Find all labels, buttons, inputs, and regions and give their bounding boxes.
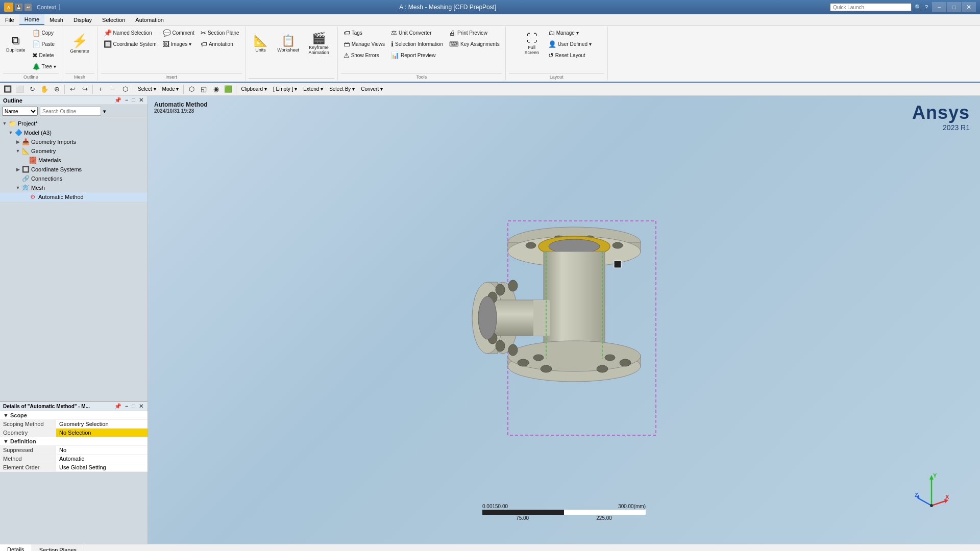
- extend-dropdown[interactable]: Extend ▾: [301, 84, 326, 95]
- menu-item-file[interactable]: File: [0, 14, 19, 25]
- outline-search-input[interactable]: [40, 107, 101, 116]
- user-defined-button[interactable]: 👤User Defined ▾: [546, 39, 594, 49]
- tree-item-project[interactable]: ▼ 📁 Project*: [0, 119, 148, 128]
- coordinate-system-button[interactable]: 🔲Coordinate System: [101, 39, 159, 49]
- edge-btn[interactable]: ◱: [198, 84, 209, 95]
- details-pin-btn[interactable]: 📌: [113, 403, 122, 410]
- details-value-geometry[interactable]: No Selection: [56, 429, 148, 437]
- outline-min-btn[interactable]: −: [124, 97, 129, 104]
- tree-item-geometry[interactable]: ▼ 📐 Geometry: [0, 146, 148, 156]
- details-value-scoping[interactable]: Geometry Selection: [56, 420, 148, 429]
- tree-item-model[interactable]: ▼ 🔷 Model (A3): [0, 128, 148, 137]
- menu-item-mesh[interactable]: Mesh: [44, 14, 68, 25]
- tree-item-automatic-method[interactable]: ⚙ Automatic Method: [0, 192, 148, 202]
- manage-views-button[interactable]: 🗃Manage Views: [341, 39, 387, 49]
- toggle-model[interactable]: ▼: [7, 130, 14, 135]
- details-row-suppressed: Suppressed No: [0, 446, 148, 455]
- face-btn[interactable]: ⬡: [186, 84, 197, 95]
- tree-item-materials[interactable]: 🧱 Materials: [0, 156, 148, 165]
- outline-close-btn[interactable]: ✕: [138, 97, 144, 104]
- zoom-plus-btn[interactable]: +: [95, 84, 106, 95]
- tree-item-mesh[interactable]: ▼ 🕸 Mesh: [0, 183, 148, 192]
- full-screen-button[interactable]: ⛶ Full Screen: [519, 28, 545, 60]
- tags-button[interactable]: 🏷Tags: [341, 28, 387, 38]
- tree-item-geometry-imports[interactable]: ▶ 📥 Geometry Imports: [0, 137, 148, 146]
- annotation-button[interactable]: 🏷Annotation: [198, 39, 242, 49]
- images-button[interactable]: 🖼Images ▾: [160, 39, 197, 49]
- mode-dropdown[interactable]: Mode ▾: [160, 84, 182, 95]
- convert-dropdown[interactable]: Convert ▾: [358, 84, 385, 95]
- generate-button[interactable]: ⚡ Generate: [67, 28, 92, 60]
- details-value-element-order[interactable]: Use Global Setting: [56, 463, 148, 472]
- outline-float-btn[interactable]: □: [131, 97, 136, 104]
- key-assignments-button[interactable]: ⌨Key Assignments: [447, 39, 502, 49]
- paste-icon: 📄: [32, 40, 40, 48]
- section-plane-button[interactable]: ✂Section Plane: [198, 28, 242, 38]
- reset-layout-button[interactable]: ↺Reset Layout: [546, 50, 594, 61]
- keyframe-button[interactable]: 🎬 Keyframe Animation: [304, 28, 334, 60]
- viewport[interactable]: Ansys 2023 R1 Automatic Method 2024/10/3…: [148, 96, 980, 544]
- show-errors-button[interactable]: ⚠Show Errors: [341, 50, 387, 61]
- close-button[interactable]: ✕: [962, 2, 976, 12]
- context-tab[interactable]: Context: [34, 4, 60, 10]
- tab-section-planes[interactable]: Section Planes: [32, 544, 84, 551]
- comment-button[interactable]: 💬Comment: [160, 28, 197, 38]
- duplicate-button[interactable]: ⧉ Duplicate: [3, 28, 29, 60]
- menu-item-selection[interactable]: Selection: [97, 14, 130, 25]
- tree-item-coordinate-systems[interactable]: ▶ 🔲 Coordinate Systems: [0, 165, 148, 174]
- toggle-project[interactable]: ▼: [1, 121, 8, 126]
- toggle-geometry[interactable]: ▼: [14, 148, 21, 154]
- details-header: Details of "Automatic Method" - M... 📌 −…: [0, 402, 148, 411]
- pan-btn[interactable]: ✋: [39, 84, 50, 95]
- selection-information-button[interactable]: ℹSelection Information: [388, 39, 446, 49]
- zoom-all-btn[interactable]: ⬡: [119, 84, 131, 95]
- menu-item-display[interactable]: Display: [68, 14, 97, 25]
- details-min-btn[interactable]: −: [124, 403, 129, 410]
- outline-filter-select[interactable]: Name Type: [2, 107, 38, 116]
- named-selection-button[interactable]: 📌Named Selection: [101, 28, 159, 38]
- toggle-mesh[interactable]: ▼: [14, 185, 21, 190]
- units-button[interactable]: 📐 Units: [249, 28, 273, 60]
- maximize-button[interactable]: □: [947, 2, 961, 12]
- outline-search-icon[interactable]: ▾: [103, 108, 106, 115]
- copy-button[interactable]: 📋Copy: [30, 28, 59, 38]
- details-value-method[interactable]: Automatic: [56, 455, 148, 463]
- report-preview-button[interactable]: 📊Report Preview: [388, 50, 446, 61]
- rotate-btn[interactable]: ↻: [27, 84, 38, 95]
- zoom-minus-btn[interactable]: −: [107, 84, 118, 95]
- minimize-button[interactable]: −: [932, 2, 946, 12]
- menu-item-home[interactable]: Home: [19, 14, 44, 25]
- toggle-coord-sys[interactable]: ▶: [14, 167, 21, 172]
- undo-btn[interactable]: ↩: [67, 84, 78, 95]
- toggle-geo-imports[interactable]: ▶: [14, 139, 21, 144]
- quick-launch-input[interactable]: [830, 3, 912, 11]
- select-by-dropdown[interactable]: Select By ▾: [327, 84, 357, 95]
- empty-dropdown[interactable]: [ Empty ] ▾: [271, 84, 300, 95]
- paste-button[interactable]: 📄Paste: [30, 39, 59, 49]
- tree-item-connections[interactable]: 🔗 Connections: [0, 174, 148, 183]
- details-close-btn[interactable]: ✕: [138, 403, 144, 410]
- geometry-imports-icon: 📥: [21, 138, 30, 146]
- manage-button[interactable]: 🗂Manage ▾: [546, 28, 594, 38]
- select-dropdown[interactable]: Select ▾: [135, 84, 159, 95]
- svg-point-13: [508, 341, 641, 371]
- unit-converter-button[interactable]: ⚖Unit Converter: [388, 28, 446, 38]
- details-value-suppressed[interactable]: No: [56, 446, 148, 455]
- toolbar-sep-4: [183, 85, 184, 94]
- details-float-btn[interactable]: □: [131, 403, 136, 410]
- vertex-btn[interactable]: ◉: [210, 84, 222, 95]
- tree-button[interactable]: 🌲Tree ▾: [30, 61, 59, 72]
- clipboard-dropdown[interactable]: Clipboard ▾: [238, 84, 270, 95]
- redo-btn[interactable]: ↪: [79, 84, 90, 95]
- menu-item-automation[interactable]: Automation: [130, 14, 169, 25]
- delete-button[interactable]: ✖Delete: [30, 50, 59, 61]
- worksheet-button[interactable]: 📋 Worksheet: [274, 28, 303, 60]
- print-preview-button[interactable]: 🖨Print Preview: [447, 28, 502, 38]
- outline-pin-btn[interactable]: 📌: [113, 97, 122, 104]
- zoom-region-btn[interactable]: 🔲: [2, 84, 13, 95]
- zoom-in-btn[interactable]: ⊕: [51, 84, 62, 95]
- viewport-model-label: Automatic Method: [154, 101, 208, 108]
- zoom-fit-btn[interactable]: ⬜: [14, 84, 26, 95]
- body-btn[interactable]: 🟩: [223, 84, 234, 95]
- tab-details[interactable]: Details: [0, 544, 32, 551]
